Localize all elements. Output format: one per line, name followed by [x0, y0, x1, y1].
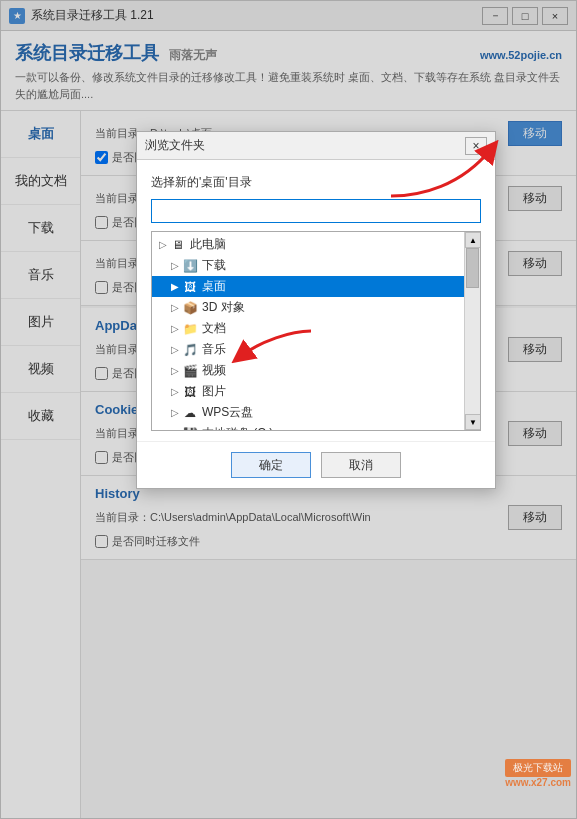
desktop-icon: 🖼	[182, 279, 198, 295]
tree-expand-music: ▷	[168, 344, 182, 355]
tree-label-music: 音乐	[202, 341, 226, 358]
file-tree-inner: ▷ 🖥 此电脑 ▷ ⬇️ 下载 ▶ 🖼	[152, 232, 480, 431]
dialog-title-bar: 浏览文件夹 ×	[137, 132, 495, 160]
tree-expand-download: ▷	[168, 260, 182, 271]
tree-expand-video: ▷	[168, 365, 182, 376]
tree-expand-wps: ▷	[168, 407, 182, 418]
scrollbar-up-arrow[interactable]: ▲	[465, 232, 481, 248]
tree-expand-computer: ▷	[156, 239, 170, 250]
threed-icon: 📦	[182, 300, 198, 316]
tree-item-desktop[interactable]: ▶ 🖼 桌面	[152, 276, 480, 297]
video-icon: 🎬	[182, 363, 198, 379]
tree-label-computer: 此电脑	[190, 236, 226, 253]
tree-expand-desktop: ▶	[168, 281, 182, 292]
tree-item-wps[interactable]: ▷ ☁ WPS云盘	[152, 402, 480, 423]
docs-icon: 📁	[182, 321, 198, 337]
watermark: 极光下载站 www.x27.com	[505, 759, 571, 788]
tree-item-disk-c[interactable]: ▷ 💾 本地磁盘 (C:)	[152, 423, 480, 431]
dialog-path-input[interactable]	[151, 199, 481, 223]
file-tree[interactable]: ▷ 🖥 此电脑 ▷ ⬇️ 下载 ▶ 🖼	[151, 231, 481, 431]
tree-label-disk-c: 本地磁盘 (C:)	[202, 425, 273, 431]
tree-item-docs[interactable]: ▷ 📁 文档	[152, 318, 480, 339]
pics-icon: 🖼	[182, 384, 198, 400]
dialog-body: 选择新的'桌面'目录 ▷ 🖥 此电脑	[137, 160, 495, 441]
tree-label-docs: 文档	[202, 320, 226, 337]
dialog-footer: 确定 取消	[137, 441, 495, 488]
tree-label-wps: WPS云盘	[202, 404, 253, 421]
tree-item-pics[interactable]: ▷ 🖼 图片	[152, 381, 480, 402]
tree-expand-3d: ▷	[168, 302, 182, 313]
dialog-overlay: 浏览文件夹 × 选择新的'桌面'目录 ▷ 🖥 此电脑	[1, 1, 576, 818]
dialog-cancel-button[interactable]: 取消	[321, 452, 401, 478]
tree-item-music[interactable]: ▷ 🎵 音乐	[152, 339, 480, 360]
tree-label-download: 下载	[202, 257, 226, 274]
tree-item-download[interactable]: ▷ ⬇️ 下载	[152, 255, 480, 276]
tree-item-computer[interactable]: ▷ 🖥 此电脑	[152, 234, 480, 255]
main-window: ★ 系统目录迁移工具 1.21 － □ × 系统目录迁移工具 雨落无声 www.…	[0, 0, 577, 819]
browse-folder-dialog: 浏览文件夹 × 选择新的'桌面'目录 ▷ 🖥 此电脑	[136, 131, 496, 489]
tree-label-pics: 图片	[202, 383, 226, 400]
tree-expand-docs: ▷	[168, 323, 182, 334]
computer-icon: 🖥	[170, 237, 186, 253]
disk-c-icon: 💾	[182, 426, 198, 432]
music-icon: 🎵	[182, 342, 198, 358]
tree-expand-pics: ▷	[168, 386, 182, 397]
watermark-site: 极光下载站	[505, 759, 571, 777]
wps-icon: ☁	[182, 405, 198, 421]
tree-label-video: 视频	[202, 362, 226, 379]
file-tree-scrollbar: ▲ ▼	[464, 232, 480, 430]
tree-expand-disk-c: ▷	[168, 428, 182, 431]
scrollbar-track	[465, 248, 480, 414]
tree-item-video[interactable]: ▷ 🎬 视频	[152, 360, 480, 381]
tree-label-3d: 3D 对象	[202, 299, 245, 316]
scrollbar-down-arrow[interactable]: ▼	[465, 414, 481, 430]
download-icon: ⬇️	[182, 258, 198, 274]
dialog-close-button[interactable]: ×	[465, 137, 487, 155]
scrollbar-thumb[interactable]	[466, 248, 479, 288]
dialog-label: 选择新的'桌面'目录	[151, 174, 481, 191]
tree-item-3d[interactable]: ▷ 📦 3D 对象	[152, 297, 480, 318]
dialog-confirm-button[interactable]: 确定	[231, 452, 311, 478]
dialog-title-text: 浏览文件夹	[145, 137, 465, 154]
tree-label-desktop: 桌面	[202, 278, 226, 295]
watermark-url: www.x27.com	[505, 777, 571, 788]
